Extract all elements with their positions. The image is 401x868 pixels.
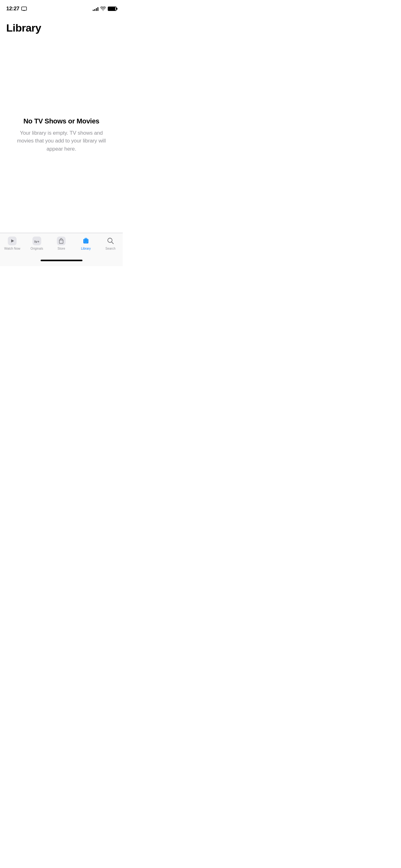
screen-icon — [21, 6, 27, 11]
status-bar: 12:27 — [0, 0, 123, 16]
svg-rect-1 — [23, 10, 25, 11]
svg-text:tv+: tv+ — [34, 240, 39, 243]
svg-rect-8 — [85, 238, 87, 242]
signal-bars-icon — [93, 6, 98, 11]
tab-search-label: Search — [106, 247, 115, 250]
page-title: Library — [0, 16, 123, 37]
tab-bar: Watch Now tv+ Originals Store — [0, 233, 123, 260]
tab-search[interactable]: Search — [98, 236, 123, 250]
battery-icon — [108, 6, 116, 11]
tab-library-label: Library — [81, 247, 91, 250]
tab-originals-label: Originals — [31, 247, 43, 250]
tab-store-label: Store — [58, 247, 65, 250]
empty-state: No TV Shows or Movies Your library is em… — [0, 37, 123, 233]
library-icon — [81, 236, 91, 246]
tab-originals[interactable]: tv+ Originals — [25, 236, 49, 250]
wifi-icon — [100, 6, 106, 11]
svg-rect-5 — [57, 237, 66, 245]
status-icons — [93, 6, 116, 11]
tab-store[interactable]: Store — [49, 236, 74, 250]
svg-line-10 — [111, 242, 113, 244]
empty-state-description: Your library is empty. TV shows and movi… — [12, 129, 110, 153]
store-icon — [57, 236, 66, 246]
search-icon — [106, 236, 115, 246]
watch-now-icon — [7, 236, 17, 246]
tab-watch-now-label: Watch Now — [4, 247, 20, 250]
svg-rect-0 — [22, 7, 27, 10]
tab-library[interactable]: Library — [74, 236, 98, 250]
status-time: 12:27 — [6, 6, 20, 12]
originals-icon: tv+ — [32, 236, 41, 246]
empty-state-title: No TV Shows or Movies — [24, 117, 99, 125]
home-indicator — [41, 260, 82, 261]
tab-watch-now[interactable]: Watch Now — [0, 236, 25, 250]
